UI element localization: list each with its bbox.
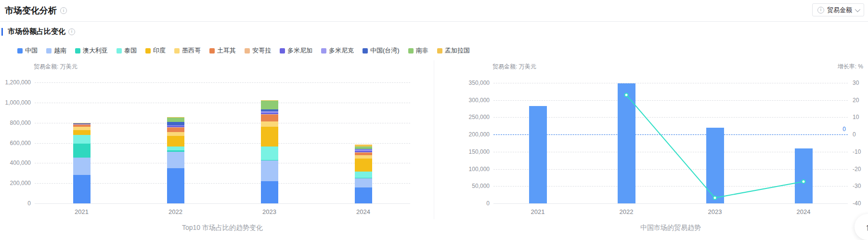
bar-segment-南非[interactable] — [261, 100, 278, 109]
bar-segment-越南[interactable] — [261, 160, 278, 181]
right-y-axis-tick: -40 — [853, 200, 867, 207]
bar-segment-澳大利亚[interactable] — [73, 144, 91, 158]
bar-segment-安哥拉[interactable] — [355, 152, 372, 153]
bar-segment-多米尼克[interactable] — [167, 125, 184, 126]
legend-item-13[interactable]: 孟加拉国 — [437, 46, 470, 55]
legend-item-5[interactable]: 印度 — [145, 46, 166, 55]
legend-label: 安哥拉 — [252, 46, 271, 55]
legend-item-1[interactable]: 中国 — [17, 46, 38, 55]
bar-segment-泰国[interactable] — [167, 147, 184, 150]
bar-segment-泰国[interactable] — [355, 172, 372, 178]
bar-segment-泰国[interactable] — [73, 135, 91, 143]
legend-swatch — [245, 48, 250, 53]
legend-item-9[interactable]: 多米尼加 — [280, 46, 312, 55]
bar-segment-澳大利亚[interactable] — [261, 160, 278, 160]
bar-segment-越南[interactable] — [73, 158, 91, 175]
bar-segment-多米尼加[interactable] — [355, 151, 372, 152]
legend-label: 多米尼克 — [329, 46, 354, 55]
bar-segment-孟加拉国[interactable] — [355, 145, 372, 147]
legend-item-7[interactable]: 土耳其 — [209, 46, 236, 55]
legend-swatch — [280, 48, 285, 53]
trade-amount-bar[interactable] — [706, 128, 724, 203]
bar-segment-多米尼加[interactable] — [167, 126, 184, 127]
info-icon[interactable]: i — [68, 28, 75, 35]
trade-amount-bar[interactable] — [618, 83, 635, 203]
bar-segment-土耳其[interactable] — [167, 127, 184, 132]
chevron-down-icon — [855, 6, 860, 12]
bar-segment-澳大利亚[interactable] — [355, 178, 372, 178]
bar-segment-墨西哥[interactable] — [167, 132, 184, 136]
left-y-axis-tick: 200,000 — [454, 131, 490, 138]
bar-segment-土耳其[interactable] — [261, 115, 278, 121]
legend-label: 澳大利亚 — [83, 46, 108, 55]
trade-trend-chart: 贸易金额: 万美元增长率: %050,000100,000150,000200,… — [435, 58, 868, 236]
legend-item-6[interactable]: 墨西哥 — [174, 46, 201, 55]
bar-segment-南非[interactable] — [355, 147, 372, 149]
metric-selector-dropdown[interactable]: i 贸易金额 — [812, 3, 864, 16]
left-y-axis-tick: 300,000 — [454, 97, 490, 104]
bar-segment-印度[interactable] — [261, 127, 278, 147]
bar-segment-印度[interactable] — [355, 159, 372, 172]
gridline — [493, 100, 848, 101]
section-title: 市场份额占比变化 — [8, 27, 65, 36]
bar-segment-安哥拉[interactable] — [261, 114, 278, 115]
bar-segment-多米尼克[interactable] — [261, 111, 278, 113]
bar-segment-印度[interactable] — [73, 130, 91, 135]
legend-swatch — [174, 48, 180, 53]
legend-item-4[interactable]: 泰国 — [117, 46, 137, 55]
bar-segment-中国(台湾)[interactable] — [355, 149, 372, 149]
right-y-axis-tick: 20 — [853, 97, 867, 104]
bar-segment-中国(台湾)[interactable] — [261, 109, 278, 111]
x-axis-label: 2021 — [518, 208, 557, 215]
bar-segment-孟加拉国[interactable] — [261, 100, 278, 101]
gridline — [35, 203, 410, 204]
panel-divider — [434, 60, 434, 219]
bar-segment-土耳其[interactable] — [355, 152, 372, 155]
bar-segment-中国[interactable] — [355, 187, 372, 203]
bar-segment-印度[interactable] — [167, 136, 184, 147]
legend-swatch — [46, 48, 52, 53]
legend-swatch — [145, 48, 151, 53]
legend-swatch — [363, 48, 368, 53]
bar-segment-南非[interactable] — [167, 118, 184, 122]
bar-segment-孟加拉国[interactable] — [167, 117, 184, 118]
bar-segment-多米尼加[interactable] — [261, 113, 278, 114]
bar-segment-中国(台湾)[interactable] — [167, 122, 184, 125]
bar-segment-墨西哥[interactable] — [73, 127, 91, 130]
gridline — [35, 123, 410, 123]
right-y-axis-tick: -20 — [853, 166, 867, 173]
gridline — [35, 103, 410, 103]
bar-segment-土耳其[interactable] — [73, 125, 91, 127]
bar-segment-泰国[interactable] — [261, 147, 278, 160]
info-icon[interactable]: i — [60, 7, 67, 14]
bar-segment-多米尼克[interactable] — [355, 149, 372, 151]
bar-segment-安哥拉[interactable] — [167, 127, 184, 128]
bar-segment-越南[interactable] — [167, 152, 184, 168]
bar-segment-越南[interactable] — [355, 178, 372, 187]
bar-segment-中国[interactable] — [261, 181, 278, 203]
gridline — [35, 143, 410, 144]
y-axis-tick: 0 — [0, 200, 31, 207]
legend-item-8[interactable]: 安哥拉 — [245, 46, 271, 55]
bar-segment-墨西哥[interactable] — [261, 121, 278, 127]
legend-item-12[interactable]: 南非 — [408, 46, 428, 55]
bar-segment-孟加拉国[interactable] — [73, 123, 91, 123]
legend-item-10[interactable]: 多米尼克 — [321, 46, 354, 55]
trade-amount-bar[interactable] — [795, 148, 813, 203]
trade-amount-bar[interactable] — [529, 106, 547, 203]
legend-label: 中国(台湾) — [370, 46, 400, 55]
x-axis-label: 2024 — [344, 208, 383, 215]
y-axis-tick: 600,000 — [0, 140, 31, 147]
bar-segment-中国[interactable] — [167, 168, 184, 203]
left-y-axis-tick: 100,000 — [454, 166, 490, 173]
bar-segment-澳大利亚[interactable] — [167, 150, 184, 152]
bar-segment-安哥拉[interactable] — [73, 124, 91, 125]
legend-item-3[interactable]: 澳大利亚 — [75, 46, 108, 55]
left-y-axis-tick: 350,000 — [454, 80, 490, 86]
x-axis-label: 2024 — [784, 208, 823, 215]
legend-item-2[interactable]: 越南 — [46, 46, 66, 55]
bar-segment-中国[interactable] — [73, 175, 91, 203]
bar-segment-墨西哥[interactable] — [355, 155, 372, 159]
legend-item-11[interactable]: 中国(台湾) — [363, 46, 400, 55]
page-title: 市场变化分析 — [5, 5, 57, 16]
